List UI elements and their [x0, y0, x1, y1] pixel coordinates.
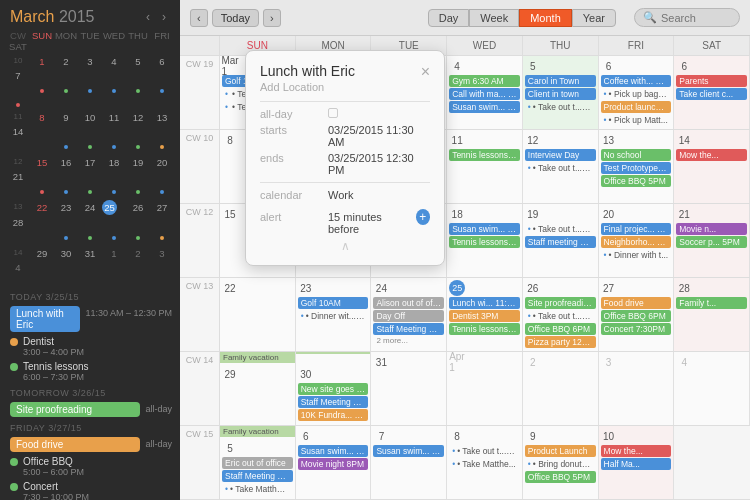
day-26[interactable]: 26 Site proofreading • Take out t... 6:3…: [523, 278, 599, 351]
day-apr10[interactable]: 10 Mow the... Half Ma...: [599, 426, 675, 499]
sidebar: March 2015 ‹ › CW SUN MON TUE WED THU FR…: [0, 0, 180, 500]
popup-alert-value: 15 minutes before: [328, 211, 408, 235]
popup-starts-value: 03/25/2015 11:30 AM: [328, 124, 430, 148]
day-25-today[interactable]: 25 Lunch wi... 11:30AM Dentist 3PM Tenni…: [447, 278, 523, 351]
fri-header: FRI: [599, 36, 675, 55]
popup-alert-label: alert: [260, 211, 320, 223]
day-22[interactable]: 22: [220, 278, 296, 351]
week-row-6: CW 15 Family vacation 5 Eric out of offi…: [180, 426, 750, 500]
day-28[interactable]: 28 Family t...: [674, 278, 750, 351]
popup-title: Lunch with Eric: [260, 63, 355, 79]
day-apr6[interactable]: 6 Susan swim... 9AM Movie night 8PM: [296, 426, 372, 499]
day-21[interactable]: 21 Movie n... Soccer p... 5PM: [674, 204, 750, 277]
day-apr7[interactable]: 7 Susan swim... 9AM: [371, 426, 447, 499]
today-button[interactable]: Today: [212, 9, 259, 27]
mini-cal-dot-row: [6, 82, 174, 110]
day-apr9[interactable]: 9 Product Launch • Bring donuts 5AM Offi…: [523, 426, 599, 499]
thu-header: THU: [523, 36, 599, 55]
sidebar-month-year: March 2015: [10, 8, 95, 26]
friday-event-concert[interactable]: Concert 7:30 – 10:00 PM: [0, 479, 180, 500]
view-tabs: Day Week Month Year: [428, 9, 616, 27]
prev-month-button[interactable]: ‹: [142, 8, 154, 26]
day-mar6[interactable]: 6 Coffee with... 8 AM • Pick up bagels 8…: [599, 56, 675, 129]
tab-day[interactable]: Day: [428, 9, 470, 27]
day-11[interactable]: 11 Tennis lessons 6 PM: [447, 130, 523, 203]
day-30[interactable]: 30 New site goes live Staff Meeting 9AM …: [296, 352, 372, 425]
day-13[interactable]: 13 No school Test Prototype 10AM Office …: [599, 130, 675, 203]
cw-header: [180, 36, 220, 55]
search-input[interactable]: [661, 12, 731, 24]
popup-close-button[interactable]: ×: [421, 63, 430, 81]
popup-ends-value: 03/25/2015 12:30 PM: [328, 152, 430, 176]
today-event-lunch[interactable]: Lunch with Eric 11:30 AM – 12:30 PM: [0, 304, 180, 334]
tab-month[interactable]: Month: [519, 9, 572, 27]
popup-card: Lunch with Eric × Add Location all-day s…: [245, 50, 445, 266]
day-apr3[interactable]: 3: [599, 352, 675, 425]
day-mar7[interactable]: 6 Parents Take client c...: [674, 56, 750, 129]
friday-label: FRIDAY 3/27/15: [0, 419, 180, 435]
sidebar-header: March 2015 ‹ ›: [0, 0, 180, 30]
search-icon: 🔍: [643, 11, 657, 24]
popup-starts-row: starts 03/25/2015 11:30 AM: [260, 124, 430, 148]
prev-nav-button[interactable]: ‹: [190, 9, 208, 27]
popup-calendar-label: calendar: [260, 189, 320, 201]
popup-starts-label: starts: [260, 124, 320, 136]
tomorrow-label: TOMORROW 3/26/15: [0, 384, 180, 400]
search-box[interactable]: 🔍: [634, 8, 740, 27]
friday-event-bbq[interactable]: Office BBQ 5:00 – 6:00 PM: [0, 454, 180, 479]
tab-week[interactable]: Week: [469, 9, 519, 27]
today-event-tennis[interactable]: Tennis lessons 6:00 – 7:30 PM: [0, 359, 180, 384]
popup-location[interactable]: Add Location: [260, 81, 430, 93]
tab-year[interactable]: Year: [572, 9, 616, 27]
day-23[interactable]: 23 Golf 10AM • Dinner wit... 6:30PM: [296, 278, 372, 351]
popup-expand-arrow[interactable]: ∧: [260, 239, 430, 253]
day-mar4[interactable]: 4 Gym 6:30 AM Call with ma... 9 AM Susan…: [447, 56, 523, 129]
popup-ends-label: ends: [260, 152, 320, 164]
mini-calendar: CW SUN MON TUE WED THU FRI SAT 10 1 2 3 …: [0, 30, 180, 280]
day-apr8[interactable]: 8 • Take out t... 6:30AM • Take Matthe..…: [447, 426, 523, 499]
mini-cal-row: 10 1 2 3 4 5 6 7: [6, 54, 174, 82]
day-14[interactable]: 14 Mow the...: [674, 130, 750, 203]
week-row-5: CW 14 Family vacation 29 30 New site goe…: [180, 352, 750, 426]
day-apr4[interactable]: 4: [674, 352, 750, 425]
sidebar-year: 2015: [59, 8, 95, 25]
tomorrow-event-site[interactable]: Site proofreading all-day: [0, 400, 180, 419]
nav-arrows: ‹ Today ›: [190, 9, 281, 27]
day-18[interactable]: 18 Susan swim... 9AM Tennis lessons 6PM: [447, 204, 523, 277]
topbar: ‹ Today › Day Week Month Year 🔍: [180, 0, 750, 36]
popup-add-button[interactable]: +: [416, 209, 430, 225]
week-row-4: CW 13 22 23 Golf 10AM • Dinner wit... 6:…: [180, 278, 750, 352]
day-24[interactable]: 24 Alison out of office Day Off Staff Me…: [371, 278, 447, 351]
day-19[interactable]: 19 • Take out t... 6:30AM Staff meeting …: [523, 204, 599, 277]
day-29[interactable]: Family vacation 29: [220, 352, 296, 425]
popup-allday-label: all-day: [260, 108, 320, 120]
sidebar-month: March: [10, 8, 54, 25]
day-27[interactable]: 27 Food drive Office BBQ 6PM Concert 7:3…: [599, 278, 675, 351]
mini-cal-row: 11 8 9 10 11 12 13 14: [6, 110, 174, 138]
sidebar-nav[interactable]: ‹ ›: [142, 8, 170, 26]
friday-event-food[interactable]: Food drive all-day: [0, 435, 180, 454]
today-event-dentist[interactable]: Dentist 3:00 – 4:00 PM: [0, 334, 180, 359]
popup-ends-row: ends 03/25/2015 12:30 PM: [260, 152, 430, 176]
popup-alert-row: alert 15 minutes before +: [260, 205, 430, 235]
day-apr2[interactable]: 2: [523, 352, 599, 425]
event-popup: Lunch with Eric × Add Location all-day s…: [245, 50, 445, 266]
day-mar5[interactable]: 5 Carol in Town Client in town • Take ou…: [523, 56, 599, 129]
popup-calendar-row: calendar Work: [260, 189, 430, 201]
wed-header: WED: [447, 36, 523, 55]
sat-header: SAT: [674, 36, 750, 55]
day-apr5[interactable]: Family vacation 5 Eric out of office Sta…: [220, 426, 296, 499]
popup-allday-row: all-day: [260, 108, 430, 120]
popup-calendar-value: Work: [328, 189, 353, 201]
next-month-button[interactable]: ›: [158, 8, 170, 26]
day-apr1[interactable]: Apr 1: [447, 352, 523, 425]
day-20[interactable]: 20 Final projec... 12PM Neighborho... 2P…: [599, 204, 675, 277]
day-12[interactable]: 12 Interview Day • Take out t... 6:30AM: [523, 130, 599, 203]
next-nav-button[interactable]: ›: [263, 9, 281, 27]
day-31[interactable]: 31: [371, 352, 447, 425]
mini-cal-header: CW SUN MON TUE WED THU FRI SAT: [6, 30, 174, 52]
today-label: TODAY 3/25/15: [0, 288, 180, 304]
